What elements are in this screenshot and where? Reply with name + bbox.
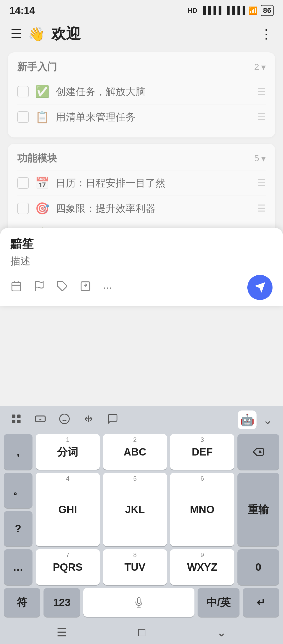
section-features-count: 5 ▾ xyxy=(254,153,266,164)
section-beginner-title: 新手入门 xyxy=(17,60,57,74)
task-text: 用清单来管理任务 xyxy=(56,110,251,124)
status-bar: 14:14 HD ▐▐▐▐ ▐▐▐▐ 📶 86 xyxy=(0,0,283,21)
task-note-icon: ☰ xyxy=(257,177,266,188)
task-checkbox[interactable] xyxy=(17,203,29,214)
wifi-icon: 📶 xyxy=(248,6,258,15)
section-features-title: 功能模块 xyxy=(17,152,57,165)
enter-key[interactable]: ↵ xyxy=(243,588,279,617)
toolbar-icons: ··· xyxy=(10,280,247,295)
key-fenCI[interactable]: 1 分词 xyxy=(36,434,100,470)
send-button[interactable] xyxy=(247,275,273,300)
signal-icon-2: ▐▐▐▐ xyxy=(224,6,245,15)
header-emoji: 👋 xyxy=(28,26,45,42)
status-time: 14:14 xyxy=(9,5,35,16)
key-def[interactable]: 3 DEF xyxy=(170,434,234,470)
task-item: 🎯 四象限：提升效率利器 ☰ xyxy=(17,196,266,221)
key-question[interactable]: ? xyxy=(4,511,32,546)
key-symbol[interactable]: 符 xyxy=(4,588,40,617)
key-num-switch[interactable]: 123 xyxy=(43,588,80,617)
nav-home-icon[interactable]: □ xyxy=(138,626,145,639)
task-note-icon: ☰ xyxy=(257,86,266,97)
keyboard-main: , 1 分词 2 ABC 3 DEF xyxy=(0,432,283,617)
svg-rect-0 xyxy=(12,282,21,291)
svg-rect-11 xyxy=(36,416,45,422)
task-title-input[interactable] xyxy=(10,237,273,250)
key-ghi[interactable]: 4 GHI xyxy=(36,473,100,546)
key-wxyz[interactable]: 9 WXYZ xyxy=(170,549,234,585)
task-item: ✅ 创建任务，解放大脑 ☰ xyxy=(17,79,266,104)
key-jkl[interactable]: 5 JKL xyxy=(103,473,167,546)
tag-icon[interactable] xyxy=(57,280,68,295)
keyboard-topbar: 🤖 ⌄ xyxy=(0,406,283,432)
keyboard-topbar-icons xyxy=(10,413,118,427)
chevron-down-icon: ▾ xyxy=(261,62,266,72)
key-reenter[interactable]: 重输 xyxy=(237,473,279,546)
flag-icon[interactable] xyxy=(34,280,45,295)
input-panel: ··· xyxy=(0,228,283,306)
more-icon[interactable]: ⋮ xyxy=(260,27,273,41)
keyboard-icon[interactable] xyxy=(35,413,46,427)
chevron-down-icon: ▾ xyxy=(261,153,266,164)
keyboard-collapse-icon[interactable]: ⌄ xyxy=(263,413,273,427)
key-mno[interactable]: 6 MNO xyxy=(170,473,234,546)
key-lang-switch[interactable]: 中/英 xyxy=(198,588,240,617)
task-emoji: 📅 xyxy=(35,176,50,190)
key-comma[interactable]: , xyxy=(4,434,32,470)
key-tuv[interactable]: 8 TUV xyxy=(103,549,167,585)
signal-icon-1: ▐▐▐▐ xyxy=(200,6,221,15)
task-text: 日历：日程安排一目了然 xyxy=(56,176,251,190)
svg-point-19 xyxy=(60,414,69,424)
task-emoji: ✅ xyxy=(35,85,50,98)
task-text: 创建任务，解放大脑 xyxy=(56,85,251,98)
svg-rect-10 xyxy=(17,420,21,423)
task-checkbox[interactable] xyxy=(17,86,29,97)
section-features-header: 功能模块 5 ▾ xyxy=(17,152,266,165)
section-beginner-count: 2 ▾ xyxy=(254,62,266,72)
battery-level: 86 xyxy=(261,5,274,16)
nav-menu-icon[interactable]: ☰ xyxy=(57,626,67,639)
input-toolbar: ··· xyxy=(0,272,283,306)
task-note-icon: ☰ xyxy=(257,112,266,123)
space-key[interactable] xyxy=(83,588,194,617)
task-checkbox[interactable] xyxy=(17,111,29,123)
section-beginner: 新手入门 2 ▾ ✅ 创建任务，解放大脑 ☰ 📋 用清单来管理任务 ☰ xyxy=(8,52,275,137)
move-icon[interactable] xyxy=(80,280,91,295)
emoji-icon[interactable] xyxy=(59,413,70,427)
svg-rect-8 xyxy=(17,414,21,418)
kb-avatar[interactable]: 🤖 xyxy=(238,410,257,429)
task-item: 📅 日历：日程安排一目了然 ☰ xyxy=(17,170,266,196)
menu-icon[interactable]: ☰ xyxy=(10,28,22,40)
task-item: 📋 用清单来管理任务 ☰ xyxy=(17,104,266,130)
status-icons: HD ▐▐▐▐ ▐▐▐▐ 📶 86 xyxy=(188,5,274,16)
nav-back-icon[interactable]: ⌄ xyxy=(217,626,226,639)
task-checkbox[interactable] xyxy=(17,177,29,189)
key-period[interactable]: 。 xyxy=(4,473,32,508)
cursor-icon[interactable] xyxy=(83,413,94,427)
calendar-icon[interactable] xyxy=(10,280,22,295)
nav-bar: ☰ □ ⌄ xyxy=(0,620,283,644)
apps-icon[interactable] xyxy=(10,413,22,427)
page-title: 欢迎 xyxy=(51,24,81,44)
hd-icon: HD xyxy=(188,7,198,15)
header-left: ☰ 👋 欢迎 xyxy=(10,24,81,44)
task-text: 四象限：提升效率利器 xyxy=(56,202,251,215)
task-emoji: 🎯 xyxy=(35,202,50,215)
task-note-icon: ☰ xyxy=(257,203,266,214)
keyboard-area: 🤖 ⌄ , 1 分词 2 ABC 3 DEF xyxy=(0,406,283,620)
delete-key[interactable] xyxy=(237,434,279,470)
section-beginner-header: 新手入门 2 ▾ xyxy=(17,60,266,74)
key-ellipsis[interactable]: … xyxy=(4,549,32,585)
svg-rect-9 xyxy=(12,420,15,423)
svg-rect-7 xyxy=(12,414,15,418)
app-header: ☰ 👋 欢迎 ⋮ xyxy=(0,21,283,47)
key-abc[interactable]: 2 ABC xyxy=(103,434,167,470)
key-pqrs[interactable]: 7 PQRS xyxy=(36,549,100,585)
more-options-icon[interactable]: ··· xyxy=(103,281,112,294)
key-zero[interactable]: 0 xyxy=(237,549,279,585)
task-desc-input[interactable] xyxy=(0,253,283,272)
task-emoji: 📋 xyxy=(35,110,50,124)
bubble-icon[interactable] xyxy=(107,413,118,427)
input-title-area xyxy=(0,228,283,253)
